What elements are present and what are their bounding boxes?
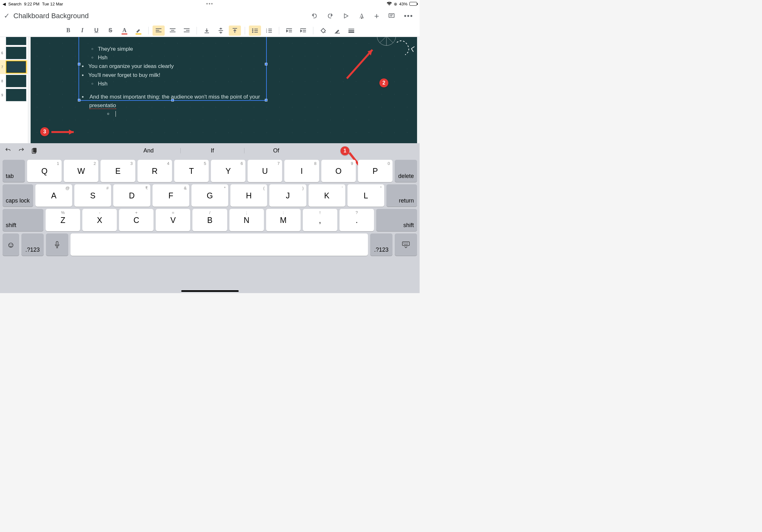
slide-thumbnails[interactable]: 6 7 8 9 — [0, 37, 28, 143]
key-capslock[interactable]: caps lock — [3, 184, 33, 207]
key-dismiss-keyboard[interactable] — [395, 233, 417, 256]
strikethrough-button[interactable]: S — [104, 26, 116, 36]
key-u[interactable]: 7U — [248, 160, 282, 182]
key-dictate[interactable] — [46, 233, 68, 256]
key-g[interactable]: *G — [191, 184, 228, 207]
onscreen-keyboard[interactable]: 1 And If Of tab 1Q 2W 3E 4R 5T 6Y 7U 8I — [0, 143, 419, 293]
key-shift-left[interactable]: shift — [3, 209, 43, 231]
comments-button[interactable] — [388, 13, 395, 20]
italic-button[interactable]: I — [76, 26, 88, 36]
key-y[interactable]: 6Y — [211, 160, 245, 182]
key-o[interactable]: 9O — [321, 160, 356, 182]
text-color-button[interactable]: A — [118, 26, 130, 36]
key-f[interactable]: &F — [153, 184, 189, 207]
valign-top-button[interactable] — [229, 26, 241, 36]
present-button[interactable] — [343, 13, 349, 19]
insert-button[interactable]: + — [374, 11, 379, 21]
suggestion-1[interactable]: And — [117, 147, 181, 154]
fill-color-button[interactable] — [317, 26, 329, 36]
align-right-button[interactable] — [181, 26, 193, 36]
key-a[interactable]: @A — [36, 184, 72, 207]
key-m[interactable]: :M — [266, 209, 301, 231]
done-check-icon[interactable]: ✓ — [4, 12, 13, 20]
key-period[interactable]: ?. — [340, 209, 374, 231]
thumbnail-5-partial[interactable] — [0, 37, 28, 46]
bold-button[interactable]: B — [62, 26, 74, 36]
border-color-button[interactable] — [331, 26, 343, 36]
valign-middle-button[interactable] — [215, 26, 227, 36]
key-return[interactable]: return — [386, 184, 417, 207]
key-delete[interactable]: delete — [395, 160, 417, 182]
status-date: Tue 12 Mar — [42, 2, 63, 6]
key-c[interactable]: +C — [119, 209, 153, 231]
thumbnail-6[interactable]: 6 — [0, 46, 28, 60]
align-center-button[interactable] — [167, 26, 179, 36]
annotation-badge-3: 3 — [40, 127, 49, 136]
key-k[interactable]: 'K — [309, 184, 345, 207]
battery-pct: 43% — [399, 2, 408, 6]
suggestion-2[interactable]: If — [181, 147, 244, 154]
multitask-dots-icon[interactable]: ••• — [206, 1, 213, 7]
status-time: 9:22 PM — [24, 2, 39, 6]
key-w[interactable]: 2W — [64, 160, 98, 182]
bullet-list-button[interactable] — [249, 26, 261, 36]
workspace: 6 7 8 9 They're simple Hsh You c — [0, 37, 419, 143]
key-s[interactable]: #S — [74, 184, 111, 207]
undo-button[interactable] — [311, 13, 318, 20]
status-bar: ◀ Search 9:22 PM Tue 12 Mar ••• ⊕ 43% — [0, 0, 419, 8]
key-emoji[interactable]: ☺ — [3, 233, 19, 256]
key-v[interactable]: =V — [156, 209, 190, 231]
selected-text-box[interactable] — [79, 37, 267, 101]
slide-canvas[interactable]: They're simple Hsh You can organize your… — [31, 37, 417, 143]
key-r[interactable]: 4R — [137, 160, 172, 182]
document-title[interactable]: Chalkboard Background — [13, 12, 311, 20]
annotation-arrow-2 — [344, 43, 379, 82]
key-d[interactable]: ₹D — [113, 184, 150, 207]
key-h[interactable]: (H — [230, 184, 267, 207]
title-bar: ✓ Chalkboard Background A + ••• — [0, 8, 419, 24]
key-numsym-left[interactable]: .?123 — [21, 233, 44, 256]
thumbnail-8[interactable]: 8 — [0, 74, 28, 88]
redo-button[interactable] — [327, 13, 334, 20]
number-list-button[interactable]: 123 — [263, 26, 275, 36]
text-format-button[interactable]: A — [358, 13, 365, 20]
more-menu-button[interactable]: ••• — [404, 12, 413, 20]
spelling-error[interactable]: presentatio — [89, 102, 116, 109]
kb-redo-icon[interactable] — [18, 147, 25, 154]
thumbnail-7[interactable]: 7 — [0, 60, 28, 74]
indent-decrease-button[interactable] — [283, 26, 295, 36]
key-q[interactable]: 1Q — [27, 160, 62, 182]
key-z[interactable]: %Z — [45, 209, 80, 231]
format-toolbar: B I U S A 123 — [0, 24, 419, 37]
decorative-scribble-icon — [374, 37, 416, 66]
border-weight-button[interactable] — [345, 26, 357, 36]
back-caret-icon[interactable]: ◀ — [3, 2, 6, 6]
svg-point-3 — [252, 32, 253, 33]
key-l[interactable]: "L — [347, 184, 384, 207]
key-e[interactable]: 3E — [101, 160, 135, 182]
key-j[interactable]: )J — [269, 184, 306, 207]
indent-increase-button[interactable] — [297, 26, 309, 36]
key-x[interactable]: -X — [82, 209, 117, 231]
thumbnail-9[interactable]: 9 — [0, 88, 28, 102]
align-left-button[interactable] — [153, 26, 165, 36]
underline-button[interactable]: U — [90, 26, 103, 36]
key-comma[interactable]: !, — [303, 209, 337, 231]
home-indicator[interactable] — [181, 290, 239, 292]
key-b[interactable]: /B — [192, 209, 227, 231]
highlight-color-button[interactable] — [132, 26, 145, 36]
key-p[interactable]: 0P — [358, 160, 393, 182]
key-t[interactable]: 5T — [174, 160, 209, 182]
key-numsym-right[interactable]: .?123 — [370, 233, 393, 256]
annotation-badge-2: 2 — [379, 79, 388, 87]
kb-undo-icon[interactable] — [4, 147, 12, 154]
kb-clipboard-icon[interactable] — [31, 147, 38, 154]
key-n[interactable]: ;N — [229, 209, 264, 231]
back-app-label[interactable]: Search — [8, 2, 21, 6]
suggestion-3[interactable]: Of — [244, 147, 308, 154]
key-space[interactable] — [70, 233, 368, 256]
key-i[interactable]: 8I — [284, 160, 319, 182]
key-shift-right[interactable]: shift — [376, 209, 417, 231]
valign-bottom-button[interactable] — [201, 26, 213, 36]
key-tab[interactable]: tab — [3, 160, 25, 182]
